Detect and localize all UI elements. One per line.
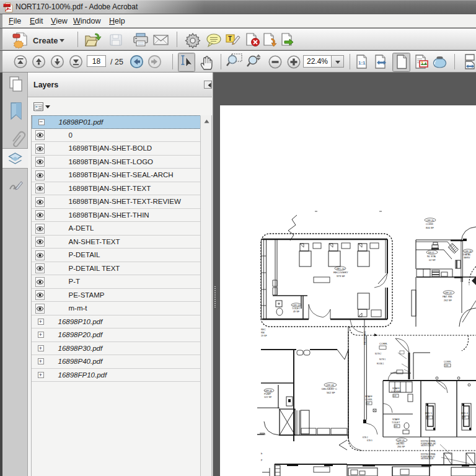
svg-text:SERV: SERV <box>464 257 470 259</box>
svg-text:OFF-09: OFF-09 <box>397 439 405 442</box>
svg-text:19 SF: 19 SF <box>261 335 267 337</box>
svg-text:103: 103 <box>393 395 397 397</box>
svg-text:CORR: CORR <box>426 223 433 226</box>
svg-text:PAT. RM.: PAT. RM. <box>443 295 452 298</box>
svg-text:102: 102 <box>366 402 370 405</box>
svg-text:LOCKER: LOCKER <box>391 390 401 393</box>
svg-text:NOTE 1: NOTE 1 <box>379 358 386 361</box>
svg-text:106: 106 <box>462 416 466 418</box>
svg-text:DIATAL: DIATAL <box>463 253 471 256</box>
svg-text:1:1: 1:1 <box>358 60 366 66</box>
svg-text:RM.: RM. <box>261 332 265 334</box>
svg-text:DELIVERY C: DELIVERY C <box>322 387 337 390</box>
svg-text:49 SF: 49 SF <box>293 311 300 313</box>
svg-text:100: 100 <box>445 364 449 367</box>
svg-text:BED 5: BED 5 <box>425 412 432 415</box>
svg-text:OFF-19: OFF-19 <box>444 292 452 294</box>
svg-text:979 SF: 979 SF <box>337 275 345 278</box>
svg-text:T: T <box>228 35 232 42</box>
svg-text:REC: REC <box>261 328 266 331</box>
svg-text:KITE 9: KITE 9 <box>367 439 372 442</box>
svg-text:OFF-06: OFF-06 <box>265 390 272 392</box>
svg-text:EXISTING NORMAL: EXISTING NORMAL <box>421 453 436 456</box>
svg-text:806 SF: 806 SF <box>426 226 434 229</box>
svg-text:OFF-20: OFF-20 <box>426 219 434 222</box>
svg-text:b: b <box>261 452 263 455</box>
svg-text:RECEIVING: RECEIVING <box>363 331 366 345</box>
svg-text:LAUND.: LAUND. <box>396 443 405 445</box>
svg-text:GB2/EXT4,2A,4M: GB2/EXT4,2A,4M <box>421 444 434 447</box>
svg-text:NL STA.: NL STA. <box>427 255 436 258</box>
svg-text:105: 105 <box>426 416 430 418</box>
svg-text:TOILET: TOILET <box>292 307 301 310</box>
svg-text:RECOVERY: RECOVERY <box>333 271 348 274</box>
svg-text:CORR.: CORR. <box>365 399 372 401</box>
svg-text:122 SF: 122 SF <box>264 396 272 399</box>
svg-text:GB2/BGM,2A,4M: GB2/BGM,2A,4M <box>421 457 433 460</box>
svg-text:OFF-18: OFF-18 <box>464 250 472 253</box>
svg-text:CORR.: CORR. <box>444 361 451 363</box>
svg-text:p: p <box>261 458 263 461</box>
svg-text:NS-01: NS-01 <box>428 252 434 254</box>
svg-text:284 SF: 284 SF <box>397 446 405 448</box>
svg-text:ROOM-1: ROOM-1 <box>377 363 384 365</box>
svg-text:PUMP: PUMP <box>264 393 271 395</box>
svg-text:STAFF: STAFF <box>365 395 372 398</box>
svg-text:POWER PANEL 4A2: POWER PANEL 4A2 <box>421 443 436 445</box>
svg-text:02 SF: 02 SF <box>429 258 436 262</box>
svg-text:KITE 2: KITE 2 <box>363 436 368 439</box>
svg-text:CORR.: CORR. <box>379 342 388 345</box>
svg-text:STAFF: STAFF <box>392 387 400 390</box>
svg-text:104: 104 <box>394 425 398 428</box>
svg-text:562 SF: 562 SF <box>327 391 335 394</box>
svg-text:BED 4: BED 4 <box>461 412 468 415</box>
svg-text:EXISTING NORMAL: EXISTING NORMAL <box>421 440 436 443</box>
svg-text:POWER PANEL E2: POWER PANEL E2 <box>421 456 435 458</box>
svg-text:REC-10: REC-10 <box>337 268 345 270</box>
svg-text:STAFF: STAFF <box>392 418 400 421</box>
svg-text:262 SF: 262 SF <box>444 299 452 302</box>
svg-text:OFF-08: OFF-08 <box>326 384 333 387</box>
svg-text:NOTE 2: NOTE 2 <box>375 353 382 355</box>
svg-text:TOILET: TOILET <box>392 421 400 424</box>
svg-text:OFF-13: OFF-13 <box>293 304 300 307</box>
